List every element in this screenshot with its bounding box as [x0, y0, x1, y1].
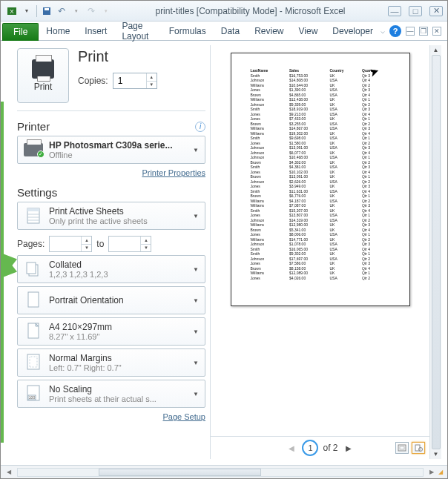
print-what-sub: Only print the active sheets: [49, 217, 191, 225]
qat-dropdown-icon[interactable]: ▼: [20, 4, 33, 18]
show-margins-button[interactable]: [395, 442, 409, 454]
svg-text:100: 100: [29, 395, 36, 400]
pages-to-field[interactable]: ▲▼: [108, 236, 151, 252]
orientation-selector[interactable]: Portrait Orientation ▼: [17, 286, 205, 314]
backstage-edge: [1, 102, 17, 443]
print-heading: Print: [78, 48, 157, 65]
collate-sub: 1,2,3 1,2,3 1,2,3: [49, 270, 191, 279]
tab-review[interactable]: Review: [247, 22, 291, 40]
orientation-title: Portrait Orientation: [49, 295, 191, 305]
window-controls: — □ ✕: [388, 6, 443, 16]
next-page-button[interactable]: ▶: [343, 444, 355, 452]
svg-rect-5: [27, 208, 39, 211]
doc-restore-button[interactable]: ❐: [419, 27, 428, 36]
sheets-icon: [25, 206, 42, 225]
pages-from-input[interactable]: [50, 237, 81, 251]
printer-device-icon: ✓: [24, 143, 43, 156]
print-button-label: Print: [34, 82, 53, 92]
scroll-thumb[interactable]: [432, 55, 441, 449]
page-navigator: ◀ 1 of 2 ▶: [210, 436, 429, 459]
printer-properties-link[interactable]: Printer Properties: [142, 168, 205, 177]
paper-size-selector[interactable]: A4 210×297mm8.27" x 11.69" ▼: [17, 317, 205, 346]
scroll-left-icon[interactable]: ◀: [4, 469, 14, 475]
doc-close-button[interactable]: ✕: [432, 27, 441, 36]
save-icon[interactable]: [40, 4, 53, 18]
printer-heading: Printer: [17, 120, 50, 133]
undo-icon[interactable]: ↶: [55, 4, 68, 18]
scaling-selector[interactable]: 100 No ScalingPrint sheets at their actu…: [17, 380, 205, 408]
redo-dropdown-icon[interactable]: ▾: [99, 4, 113, 18]
printer-selector[interactable]: ✓ HP Photosmart C309a serie... Offline ▼: [17, 136, 205, 164]
print-what-selector[interactable]: Print Active SheetsOnly print the active…: [17, 202, 205, 230]
info-icon[interactable]: i: [195, 122, 205, 132]
chevron-down-icon: ▼: [191, 147, 200, 153]
up-icon[interactable]: ▲: [141, 237, 151, 245]
close-button[interactable]: ✕: [429, 6, 443, 16]
tab-view[interactable]: View: [291, 22, 326, 40]
tab-developer[interactable]: Developer: [325, 22, 381, 40]
maximize-button[interactable]: □: [409, 6, 422, 16]
titlebar: X ▼ ↶ ▾ ↷ ▾ print-titles [Compatibility …: [1, 1, 447, 22]
doc-minimize-button[interactable]: —: [406, 27, 415, 36]
scroll-down-icon[interactable]: ▼: [433, 451, 439, 457]
up-icon[interactable]: ▲: [82, 237, 91, 245]
tab-insert[interactable]: Insert: [77, 22, 114, 40]
svg-rect-19: [400, 446, 404, 449]
copies-down-icon[interactable]: ▼: [147, 82, 157, 89]
margins-selector[interactable]: Normal MarginsLeft: 0.7" Right: 0.7" ▼: [17, 348, 205, 377]
tab-file[interactable]: File: [2, 23, 39, 41]
collate-title: Collated: [49, 260, 191, 270]
chevron-down-icon: ▼: [191, 266, 200, 273]
preview-page: LastNameSalesCountryQuarterSmith$16,753.…: [231, 53, 410, 306]
svg-rect-10: [27, 262, 36, 274]
help-icon[interactable]: ?: [389, 25, 401, 37]
horizontal-scrollbar[interactable]: ◀ ▶ ◢: [1, 465, 447, 478]
pages-from-field[interactable]: ▲▼: [49, 236, 92, 252]
copies-spinner[interactable]: ▲▼: [113, 73, 157, 89]
current-page: 1: [302, 440, 318, 456]
copies-up-icon[interactable]: ▲: [147, 73, 157, 82]
scaling-sub: Print sheets at their actual s...: [49, 394, 191, 403]
vertical-scrollbar[interactable]: ▲ ▼: [429, 45, 441, 459]
scroll-right-icon[interactable]: ▶: [426, 469, 437, 475]
pages-to-label: to: [96, 239, 104, 249]
margins-icon: [25, 353, 42, 372]
size-title: A4 210×297mm: [49, 322, 191, 332]
settings-heading: Settings: [17, 186, 57, 199]
down-icon[interactable]: ▼: [82, 245, 91, 252]
prev-page-button[interactable]: ◀: [286, 444, 297, 452]
ribbon-expand-icon[interactable]: ⌵: [381, 27, 385, 35]
size-sub: 8.27" x 11.69": [49, 332, 191, 341]
scroll-up-icon[interactable]: ▲: [433, 47, 439, 53]
collate-selector[interactable]: Collated1,2,3 1,2,3 1,2,3 ▼: [17, 255, 205, 283]
copies-input[interactable]: [113, 73, 146, 88]
page-icon: [25, 322, 42, 341]
undo-dropdown-icon[interactable]: ▾: [70, 4, 83, 18]
print-what-title: Print Active Sheets: [49, 206, 191, 217]
print-settings-pane: Print Print Copies: ▲▼: [17, 45, 205, 459]
tab-home[interactable]: Home: [39, 22, 77, 40]
page-setup-link[interactable]: Page Setup: [163, 412, 206, 421]
svg-rect-3: [45, 8, 49, 10]
chevron-down-icon: ▼: [191, 213, 200, 219]
status-check-icon: ✓: [37, 151, 45, 158]
chevron-down-icon: ▼: [191, 360, 200, 366]
print-preview-pane: LastNameSalesCountryQuarterSmith$16,753.…: [210, 45, 429, 459]
zoom-to-page-button[interactable]: [412, 442, 425, 454]
tab-formulas[interactable]: Formulas: [162, 22, 214, 40]
pages-label: Pages:: [17, 239, 45, 249]
portrait-icon: [25, 291, 42, 310]
minimize-button[interactable]: —: [388, 6, 401, 16]
chevron-down-icon: ▼: [191, 328, 200, 335]
resize-grip-icon[interactable]: ◢: [437, 469, 444, 475]
excel-icon[interactable]: X: [5, 4, 19, 18]
tab-page-layout[interactable]: Page Layout: [114, 22, 161, 40]
svg-rect-11: [28, 292, 39, 307]
down-icon[interactable]: ▼: [141, 245, 151, 252]
collate-icon: [25, 260, 42, 279]
print-button[interactable]: Print: [17, 48, 69, 103]
pages-to-input[interactable]: [109, 237, 140, 251]
tab-data[interactable]: Data: [214, 22, 247, 40]
redo-icon[interactable]: ↷: [85, 4, 98, 18]
scroll-thumb[interactable]: [99, 469, 260, 476]
